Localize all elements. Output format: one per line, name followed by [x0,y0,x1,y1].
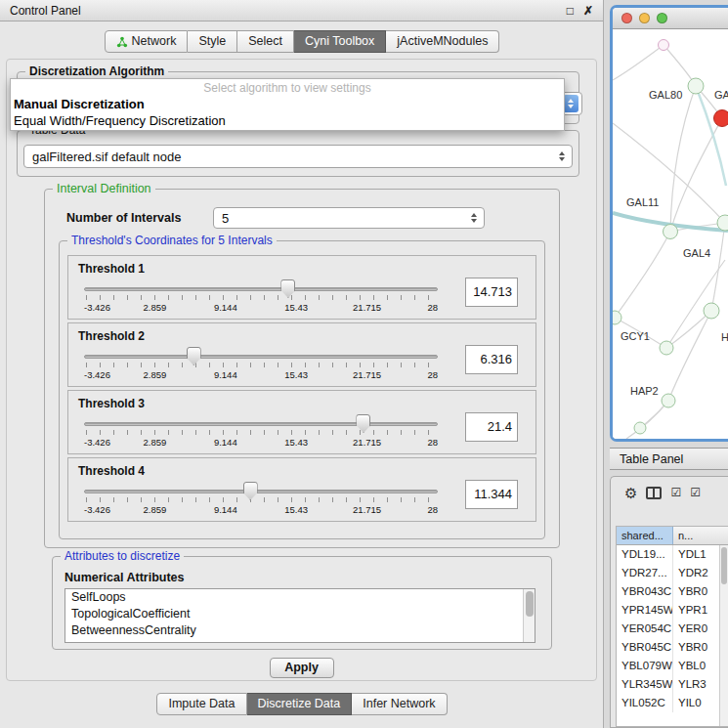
table-row[interactable]: YBR045CYBR0 [617,638,728,657]
slider-scale: -3.426 2.859 9.144 15.43 21.715 28 [84,504,438,516]
node[interactable] [634,422,646,434]
restore-window-icon[interactable]: □ [567,4,574,18]
cell[interactable]: YDR27... [617,564,673,582]
threshold-label: Threshold 2 [78,329,145,343]
threshold-3-slider[interactable]: -3.426 2.859 9.144 15.43 21.715 28 [84,414,438,451]
tab-label: Infer Network [363,694,435,714]
node[interactable] [704,303,719,319]
list-scrollbar[interactable] [523,589,535,642]
tick-label: 15.43 [284,302,308,313]
cell[interactable]: YPR145W [617,601,673,620]
threshold-4-value-field[interactable]: 11.344 [465,480,518,509]
scrollbar-thumb[interactable] [721,547,727,584]
list-item[interactable]: SelfLoops [65,589,535,606]
tab-discretize-data[interactable]: Discretize Data [247,693,353,715]
scrollbar-thumb[interactable] [526,591,534,617]
tick-label: 15.43 [284,369,308,380]
tab-jactivemnodules[interactable]: jActiveMNodules [386,30,499,53]
threshold-4-panel: Threshold 4 -3.426 2.859 9.144 15.43 21.… [67,457,536,522]
node-gal80[interactable] [688,78,704,94]
list-item[interactable]: BetweennessCentrality [65,622,535,639]
threshold-3-value-field[interactable]: 21.4 [465,412,518,442]
tick-label: 21.715 [353,369,381,380]
popup-option-manual-discretization[interactable]: Manual Discretization [11,96,564,112]
apply-button[interactable]: Apply [270,658,334,678]
number-of-intervals-select[interactable]: 5 [213,207,485,229]
tab-impute-data[interactable]: Impute Data [156,693,246,715]
column-header-shared-name[interactable]: shared... [617,527,673,544]
control-panel-titlebar[interactable]: Control Panel □ ✗ [0,0,603,21]
close-traffic-light-icon[interactable] [621,13,632,23]
tab-network[interactable]: Network [105,30,189,53]
table-row[interactable]: YBR043CYBR0 [617,582,728,601]
cell[interactable]: YBL079W [617,657,673,675]
threshold-2-value-field[interactable]: 6.316 [465,345,518,374]
threshold-1-value-field[interactable]: 14.713 [465,278,518,307]
columns-icon[interactable] [646,487,662,499]
table-data-select[interactable]: galFiltered.sif default node [23,145,573,168]
threshold-1-panel: Threshold 1 -3.426 2.859 9.144 15.43 21.… [67,255,536,320]
threshold-2-slider[interactable]: -3.426 2.859 9.144 15.43 21.715 28 [84,347,438,384]
table-row[interactable]: YLR345WYLR3 [617,675,728,694]
group-title: Discretization Algorithm [25,64,168,78]
thick-edge[interactable] [696,86,726,186]
table-row[interactable]: YDL19...YDL1 [617,545,728,564]
popup-option-equal-width-frequency[interactable]: Equal Width/Frequency Discretization [11,112,564,129]
tick-label: 2.859 [144,437,167,448]
slider-ticks [86,363,436,367]
minimize-traffic-light-icon[interactable] [639,13,650,23]
tick-label: -3.426 [84,504,110,515]
threshold-4-slider[interactable]: -3.426 2.859 9.144 15.43 21.715 28 [84,482,438,519]
slider-track[interactable] [84,422,438,426]
checkbox-icon[interactable]: ☑ [690,487,701,498]
threshold-1-slider[interactable]: -3.426 2.859 9.144 15.43 21.715 28 [84,279,438,317]
node-label-partial: H [721,331,728,343]
node-gal11[interactable] [664,225,678,239]
node-gal4[interactable] [717,215,728,231]
tab-label: Style [198,31,226,52]
slider-track[interactable] [84,355,438,359]
checkbox-icon[interactable]: ☑ [670,487,681,498]
node-hap2[interactable] [662,394,675,407]
cell[interactable]: YBR045C [617,638,673,657]
tab-style[interactable]: Style [188,30,237,53]
slider-track[interactable] [84,490,438,493]
list-item[interactable]: TopologicalCoefficient [65,606,535,622]
cell[interactable]: YER054C [617,620,673,638]
tick-label: 9.144 [214,302,237,313]
tick-label: 21.715 [353,302,381,313]
tab-select[interactable]: Select [237,30,294,53]
table-panel-titlebar[interactable]: Table Panel [610,448,728,470]
tab-infer-network[interactable]: Infer Network [352,693,447,715]
node-red-selected[interactable] [714,110,728,127]
cell[interactable]: YBR043C [617,582,673,601]
node[interactable] [659,40,669,51]
zoom-traffic-light-icon[interactable] [657,13,667,23]
stepper-icon [467,213,481,223]
table-row[interactable]: YDR27...YDR2 [617,564,728,582]
attributes-to-discretize-group: Attributes to discretize Numerical Attri… [52,556,552,650]
slider-track[interactable] [84,287,438,291]
close-window-icon[interactable]: ✗ [583,4,593,18]
cell[interactable]: YDL19... [617,545,673,564]
cell[interactable]: YLR345W [617,675,673,694]
cell[interactable]: YIL052C [617,694,673,712]
node-gcy1[interactable] [613,311,621,324]
table-scrollbar[interactable] [719,545,728,726]
table-row[interactable]: YPR145WYPR1 [617,601,728,620]
tick-label: 28 [427,369,438,380]
slider-ticks [86,497,436,502]
table-panel-toolbar: ⚙ ☑ ☑ [611,477,728,508]
table-row[interactable]: YBL079WYBL0 [617,657,728,675]
tab-cyni-toolbox[interactable]: Cyni Toolbox [294,30,386,53]
table-panel-title: Table Panel [620,452,683,466]
tick-label: 21.715 [353,437,381,448]
node[interactable] [660,341,673,355]
table-row[interactable]: YIL052CYIL0 [617,694,728,712]
table-row[interactable]: YER054CYER0 [617,620,728,638]
column-header-name[interactable]: n... [673,527,728,544]
network-canvas[interactable]: GAL80 GA GAL11 GAL4 GCY1 HAP2 H [613,29,728,439]
numerical-attributes-label: Numerical Attributes [64,571,184,584]
gear-icon[interactable]: ⚙ [624,486,637,500]
network-window-titlebar[interactable] [613,8,728,29]
